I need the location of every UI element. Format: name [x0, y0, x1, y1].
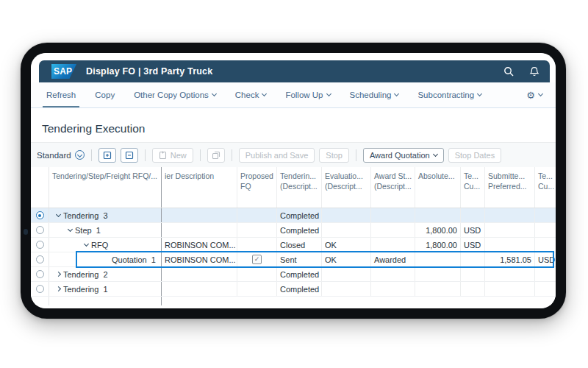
cell-description [162, 208, 237, 222]
menu-item-check[interactable]: Check [235, 82, 267, 107]
cell-description: ROBINSON COM... [162, 238, 237, 252]
bell-icon[interactable] [529, 66, 539, 77]
strip-cell [31, 297, 49, 305]
menu-item-scheduling[interactable]: Scheduling [350, 82, 399, 107]
column-label: Preferred... [488, 181, 527, 191]
tree-cell: Tendering 3 [49, 208, 162, 222]
copy-icon [212, 151, 220, 160]
app-title: Display FO | 3rd Party Truck [86, 66, 212, 77]
radio-unselected[interactable] [36, 285, 44, 293]
new-button[interactable]: New [152, 148, 193, 163]
new-button-label: New [171, 151, 187, 160]
column-header-tree[interactable]: Tendering/Step/Freight RFQ/... [49, 167, 162, 208]
cell-absolute [415, 208, 461, 222]
column-label: (Descript... [325, 181, 362, 191]
shell-actions [503, 66, 539, 77]
table-row-step-1[interactable]: Step 1 Completed 1,800.00 USD [31, 223, 556, 238]
menu-item-copy[interactable]: Copy [95, 82, 115, 107]
cell-currency-1: USD [461, 223, 485, 237]
column-header-absolute[interactable]: Absolute... [415, 167, 461, 208]
cell-tendering-status: Completed [277, 223, 322, 237]
column-label: Award St... [374, 171, 412, 181]
cell-submitted [485, 223, 535, 237]
toolbar-separator [145, 149, 146, 161]
column-header-award-status[interactable]: Award St...(Descript... [371, 167, 415, 208]
table-row-tendering-1[interactable]: Tendering 1 Completed [31, 282, 556, 297]
stop-button[interactable]: Stop [319, 148, 349, 163]
radio-selected[interactable] [36, 211, 44, 219]
award-quotation-button[interactable]: Award Quotation [363, 148, 444, 163]
stop-dates-label: Stop Dates [455, 151, 495, 160]
column-header-proposed-fq[interactable]: ProposedFQ [237, 167, 277, 208]
variant-selector[interactable]: Standard [37, 150, 85, 160]
cell-description [162, 223, 237, 237]
duplicate-button[interactable] [207, 148, 225, 163]
chevron-expanded-icon[interactable] [84, 241, 89, 246]
column-header-submitted[interactable]: Submitte...Preferred... [485, 167, 535, 208]
chevron-expanded-icon[interactable] [56, 211, 61, 216]
cell-evaluation [322, 267, 371, 281]
tree-cell: RFQ [49, 238, 162, 252]
menu-item-other-copy-options[interactable]: Other Copy Options [134, 82, 216, 107]
table-header-row: Tendering/Step/Freight RFQ/... ier Descr… [31, 167, 556, 208]
column-header-tendering-status[interactable]: Tenderin...(Descript... [277, 167, 322, 208]
cell-evaluation [322, 223, 371, 237]
chevron-down-icon [433, 151, 438, 156]
radio-unselected[interactable] [36, 226, 44, 234]
table-row-tendering-3[interactable]: Tendering 3 Completed [31, 208, 556, 223]
cell-currency-2 [535, 282, 556, 296]
column-header-currency-1[interactable]: Te...Cu... [461, 167, 485, 208]
cell-tendering-status: Completed [277, 208, 322, 222]
menu-item-refresh[interactable]: Refresh [46, 82, 76, 107]
chevron-collapsed-icon[interactable] [56, 286, 61, 291]
row-select-cell [31, 267, 49, 281]
tree-label: Tendering 2 [63, 270, 108, 279]
column-header-description[interactable]: ier Description [162, 167, 237, 208]
cell-award-status [371, 267, 415, 281]
menu-label: Refresh [46, 91, 76, 99]
cell-currency-2: USD [535, 252, 556, 266]
tree-label: Step 1 [75, 226, 101, 235]
table-row-quotation-1[interactable]: Quotation 1 ROBINSON COM... Sent OK Awar… [31, 252, 556, 267]
chevron-down-icon [538, 91, 543, 96]
checkbox-checked[interactable] [252, 255, 262, 264]
chevron-collapsed-icon[interactable] [56, 272, 61, 277]
expand-all-button[interactable] [98, 148, 116, 163]
row-select-cell [31, 238, 49, 252]
column-label: Tenderin... [280, 171, 316, 181]
table-row-tendering-2[interactable]: Tendering 2 Completed [31, 267, 556, 282]
stop-label: Stop [326, 151, 343, 160]
column-label: FQ [240, 181, 251, 191]
cell-submitted [485, 282, 535, 296]
chevron-expanded-icon[interactable] [68, 226, 73, 231]
row-select-cell [31, 252, 49, 266]
menubar: Refresh Copy Other Copy Options Check Fo… [31, 82, 556, 108]
settings-gear-button[interactable]: ⚙ [526, 82, 542, 107]
search-icon[interactable] [503, 66, 514, 77]
row-select-cell [31, 282, 49, 296]
radio-unselected[interactable] [36, 255, 44, 263]
column-label: Te... [464, 171, 478, 181]
section-title: Tendering Execution [42, 122, 145, 135]
radio-unselected[interactable] [36, 270, 44, 278]
column-label: ier Description [165, 171, 214, 181]
tree-cell: Tendering 2 [49, 267, 162, 281]
column-header-evaluation[interactable]: Evaluatio...(Descript... [322, 167, 371, 208]
table-row-rfq[interactable]: RFQ ROBINSON COM... Closed OK 1,800.00 U… [31, 238, 556, 252]
cell-currency-2 [535, 223, 556, 237]
column-header-currency-2[interactable]: Te...Cu... [535, 167, 556, 208]
cell-proposed-fq [237, 282, 277, 296]
cell-submitted [485, 208, 535, 222]
menu-item-subcontracting[interactable]: Subcontracting [417, 82, 481, 107]
award-quotation-label: Award Quotation [370, 151, 430, 160]
publish-and-save-button[interactable]: Publish and Save [239, 148, 315, 163]
column-label: Cu... [464, 181, 480, 191]
menu-label: Copy [95, 91, 115, 99]
cell-currency-1 [461, 208, 485, 222]
cell-absolute: 1,800.00 [415, 223, 461, 237]
stop-dates-button[interactable]: Stop Dates [448, 148, 501, 163]
menu-item-follow-up[interactable]: Follow Up [285, 82, 330, 107]
radio-unselected[interactable] [36, 241, 44, 249]
collapse-all-button[interactable] [121, 148, 138, 163]
cell-currency-1 [461, 282, 485, 296]
